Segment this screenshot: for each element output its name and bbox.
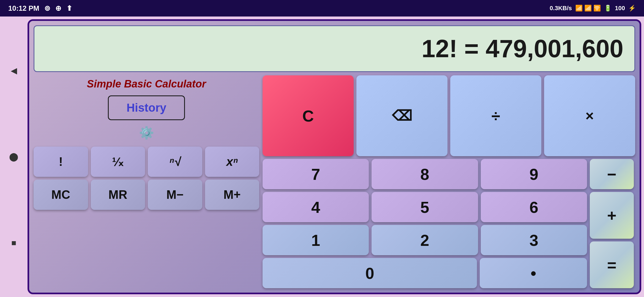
special-buttons-row: ! ¹⁄ₓ ⁿ√ xⁿ xyxy=(34,147,259,177)
six-button[interactable]: 6 xyxy=(481,192,587,222)
main-area: ◀ ⬤ ■ 12! = 479,001,600 Simple Basic Cal… xyxy=(0,16,644,297)
back-icon: ◀ xyxy=(11,66,17,75)
notification-icon-1: ⊚ xyxy=(44,4,50,13)
numpad-with-ops: 7 8 9 4 5 6 1 2 xyxy=(263,159,635,288)
five-button[interactable]: 5 xyxy=(372,192,478,222)
nav-bar: ◀ ⬤ ■ xyxy=(0,16,28,297)
divide-button[interactable]: ÷ xyxy=(450,75,541,156)
xpower-label: xⁿ xyxy=(226,155,238,169)
backspace-icon: ⌫ xyxy=(392,108,412,124)
mplus-button[interactable]: M+ xyxy=(205,180,260,210)
mminus-button[interactable]: M− xyxy=(148,180,202,210)
status-bar: 10:12 PM ⊚ ⊕ ⬆ 0.3KB/s 📶 📶 🛜 🔋 100 ⚡ xyxy=(0,0,644,16)
two-button[interactable]: 2 xyxy=(372,225,478,255)
display: 12! = 479,001,600 xyxy=(34,25,635,72)
dot-button[interactable]: • xyxy=(480,258,587,288)
top-ops-row: C ⌫ ÷ × xyxy=(263,75,635,156)
home-button[interactable]: ⬤ xyxy=(7,150,21,164)
history-button[interactable]: History xyxy=(108,95,185,120)
multiply-button[interactable]: × xyxy=(544,75,635,156)
battery-icon: 🔋 xyxy=(604,5,612,12)
zero-button[interactable]: 0 xyxy=(263,258,477,288)
minus-button[interactable]: − xyxy=(590,159,634,189)
recent-icon: ■ xyxy=(11,238,16,248)
ops-column: − + = xyxy=(590,159,635,288)
display-value: 12! = 479,001,600 xyxy=(422,35,623,63)
nth-root-button[interactable]: ⁿ√ xyxy=(148,147,202,177)
reciprocal-label: ¹⁄ₓ xyxy=(112,155,124,169)
numpad: 7 8 9 4 5 6 1 2 xyxy=(263,159,587,288)
row-789: 7 8 9 xyxy=(263,159,587,189)
home-icon: ⬤ xyxy=(9,152,18,161)
row-456: 4 5 6 xyxy=(263,192,587,222)
equals-button[interactable]: = xyxy=(590,241,634,288)
xpower-button[interactable]: xⁿ xyxy=(205,147,260,177)
calculator: 12! = 479,001,600 Simple Basic Calculato… xyxy=(28,19,641,294)
charge-icon: ⚡ xyxy=(628,5,636,12)
time: 10:12 PM xyxy=(8,4,39,13)
battery-value: 100 xyxy=(615,5,625,12)
right-panel: C ⌫ ÷ × 7 8 9 xyxy=(263,75,635,288)
notification-icon-2: ⊕ xyxy=(55,4,61,13)
eight-button[interactable]: 8 xyxy=(372,159,478,189)
settings-icon-area[interactable]: ⚙️ xyxy=(34,123,259,143)
status-right: 0.3KB/s 📶 📶 🛜 🔋 100 ⚡ xyxy=(550,5,636,12)
one-button[interactable]: 1 xyxy=(263,225,369,255)
button-area: Simple Basic Calculator History ⚙️ ! ¹⁄ₓ… xyxy=(34,75,635,288)
settings-icon: ⚙️ xyxy=(139,126,154,140)
factorial-button[interactable]: ! xyxy=(34,147,88,177)
nine-button[interactable]: 9 xyxy=(481,159,587,189)
upload-icon: ⬆ xyxy=(66,4,72,13)
back-button[interactable]: ◀ xyxy=(7,64,21,78)
four-button[interactable]: 4 xyxy=(263,192,369,222)
row-123: 1 2 3 xyxy=(263,225,587,255)
app-label: Simple Basic Calculator xyxy=(34,75,259,93)
nth-root-label: ⁿ√ xyxy=(169,155,181,169)
backspace-button[interactable]: ⌫ xyxy=(356,75,447,156)
network-speed: 0.3KB/s xyxy=(550,5,572,12)
seven-button[interactable]: 7 xyxy=(263,159,369,189)
mc-button[interactable]: MC xyxy=(34,180,88,210)
reciprocal-button[interactable]: ¹⁄ₓ xyxy=(91,147,145,177)
recent-button[interactable]: ■ xyxy=(7,236,21,250)
plus-button[interactable]: + xyxy=(590,192,634,239)
memory-buttons-row: MC MR M− M+ xyxy=(34,180,259,210)
three-button[interactable]: 3 xyxy=(481,225,587,255)
left-panel: Simple Basic Calculator History ⚙️ ! ¹⁄ₓ… xyxy=(34,75,259,288)
status-left: 10:12 PM ⊚ ⊕ ⬆ xyxy=(8,4,72,13)
row-0dot: 0 • xyxy=(263,258,587,288)
signal-icons: 📶 📶 🛜 xyxy=(575,5,601,12)
clear-button[interactable]: C xyxy=(263,75,354,156)
mr-button[interactable]: MR xyxy=(91,180,145,210)
